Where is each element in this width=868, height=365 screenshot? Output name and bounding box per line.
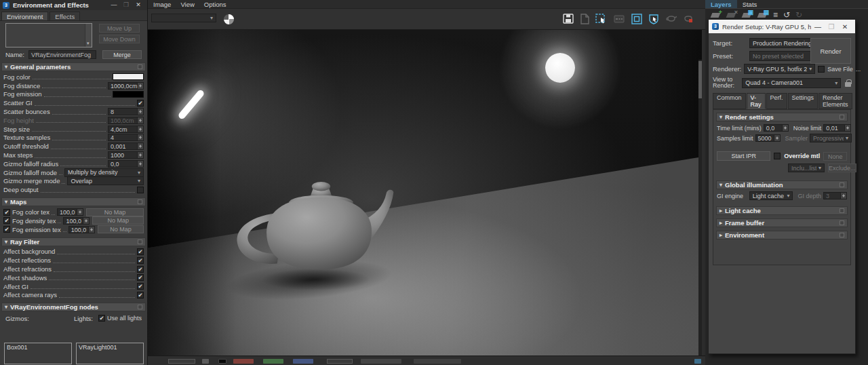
- gizmo-falloff-radius-spinner[interactable]: 0,0: [108, 160, 144, 168]
- fog-distance-spinner[interactable]: 1000,0cm: [108, 82, 144, 90]
- spinner-value[interactable]: 1000: [108, 151, 138, 159]
- follow-mouse-icon[interactable]: [648, 13, 660, 25]
- rollout-pin-icon[interactable]: [840, 182, 844, 187]
- spinner-buttons[interactable]: [138, 82, 144, 90]
- load-layers-icon[interactable]: ▤: [757, 11, 768, 19]
- create-layer-icon[interactable]: +: [711, 11, 721, 19]
- fog-color-tex-checkbox[interactable]: [3, 209, 10, 216]
- step-size-spinner[interactable]: 4,0cm: [108, 126, 144, 133]
- menu-options[interactable]: Options: [204, 1, 226, 8]
- minimize-icon[interactable]: —: [108, 0, 120, 10]
- rollout-pin-icon[interactable]: [138, 64, 142, 69]
- start-ipr-button[interactable]: Start IPR: [717, 151, 770, 161]
- canvas-scrollbar[interactable]: [698, 60, 702, 356]
- spinner-value[interactable]: 0,0: [764, 124, 783, 132]
- scatter-gi-checkbox[interactable]: [137, 100, 144, 107]
- rollout-pin-icon[interactable]: [840, 208, 844, 213]
- spinner-buttons[interactable]: [845, 124, 851, 132]
- move-up-button[interactable]: Move Up: [99, 24, 140, 33]
- affect-reflections-checkbox[interactable]: [137, 257, 144, 264]
- undo-icon[interactable]: ↺: [783, 10, 790, 20]
- spinner-value[interactable]: 100,0: [57, 208, 77, 216]
- renderer-dropdown[interactable]: V-Ray GPU 5, hotfix 2▾: [744, 64, 815, 74]
- fog-density-tex-spinner[interactable]: 100,0: [63, 217, 90, 225]
- status-button[interactable]: [168, 359, 195, 364]
- tab-perf[interactable]: Perf.: [766, 93, 787, 109]
- rollout-general-parameters[interactable]: ▾ General parameters: [1, 62, 146, 71]
- save-file-checkbox[interactable]: [818, 66, 825, 73]
- rollout-maps[interactable]: ▾ Maps: [1, 197, 146, 206]
- spinner-buttons[interactable]: [138, 142, 144, 150]
- tab-stats[interactable]: Stats: [737, 0, 763, 8]
- rollout-pin-icon[interactable]: [138, 199, 142, 204]
- layer-list-icon[interactable]: ≡: [773, 10, 778, 20]
- spinner-value[interactable]: 8: [108, 108, 138, 115]
- zoom-level-icon[interactable]: [613, 13, 625, 25]
- render-button[interactable]: Render: [810, 38, 851, 64]
- spinner-buttons[interactable]: [83, 217, 90, 225]
- gi-engine-dropdown[interactable]: Light cache▾: [749, 191, 793, 200]
- spinner-value[interactable]: 0,0: [108, 160, 138, 168]
- rollout-pin-icon[interactable]: [138, 305, 142, 309]
- spinner-value[interactable]: 0,01: [823, 124, 845, 132]
- spinner-buttons[interactable]: [77, 208, 83, 216]
- list-item[interactable]: Box001: [7, 344, 28, 351]
- affect-refractions-checkbox[interactable]: [137, 266, 144, 273]
- list-item[interactable]: VRayLight001: [79, 344, 117, 351]
- rollout-render-settings[interactable]: ▾ Render settings: [716, 113, 848, 121]
- region-render-icon[interactable]: [631, 13, 643, 25]
- rollout-global-illumination[interactable]: ▾ Global illumination: [716, 180, 848, 189]
- fog-density-tex-map-button[interactable]: No Map: [92, 216, 144, 225]
- menu-view[interactable]: View: [180, 1, 194, 8]
- spinner-buttons[interactable]: [138, 126, 144, 133]
- rollout-pin-icon[interactable]: [840, 220, 844, 225]
- noise-limit-spinner[interactable]: 0,01: [823, 124, 851, 132]
- close-icon[interactable]: ✕: [838, 23, 852, 31]
- redo-icon[interactable]: ↻: [795, 10, 802, 20]
- delete-layer-icon[interactable]: ×: [726, 11, 736, 19]
- minimize-icon[interactable]: —: [811, 23, 825, 31]
- lock-icon[interactable]: [845, 79, 851, 87]
- spinner-buttons[interactable]: [138, 160, 144, 168]
- move-down-button[interactable]: Move Down: [99, 35, 140, 43]
- spinner-value[interactable]: 1000,0cm: [108, 82, 138, 90]
- menu-image[interactable]: Image: [153, 1, 171, 8]
- name-input[interactable]: VRayEnvironmentFog: [28, 50, 96, 59]
- render-abort-icon[interactable]: [682, 13, 694, 25]
- fog-emission-swatch[interactable]: [113, 91, 144, 98]
- spinner-value[interactable]: 0,001: [108, 142, 138, 150]
- save-layers-icon[interactable]: ▣: [742, 11, 752, 19]
- rgb-channel-icon[interactable]: [224, 14, 234, 24]
- rollout-fog-nodes[interactable]: ▾ VRayEnvironmentFog nodes: [1, 303, 146, 311]
- rollout-ray-filter[interactable]: ▾ Ray Filter: [1, 237, 146, 246]
- fog-density-tex-checkbox[interactable]: [3, 217, 10, 224]
- spinner-value[interactable]: 100,0: [63, 217, 83, 225]
- spinner-value[interactable]: 5000: [755, 134, 774, 142]
- region-pick-icon[interactable]: [595, 13, 607, 25]
- fog-emission-tex-checkbox[interactable]: [3, 226, 10, 233]
- gizmo-falloff-mode-dropdown[interactable]: Multiply by density▾: [64, 168, 144, 177]
- fog-color-swatch[interactable]: [113, 73, 144, 80]
- rollout-pin-icon[interactable]: [840, 233, 844, 237]
- listbox-scrollbar[interactable]: ▾: [85, 24, 92, 47]
- samples-limit-spinner[interactable]: 5000: [755, 134, 781, 142]
- spinner-buttons[interactable]: [138, 151, 144, 159]
- lights-listbox[interactable]: VRayLight001: [76, 343, 144, 364]
- maximize-icon[interactable]: ❐: [825, 23, 838, 31]
- render-canvas[interactable]: [148, 30, 702, 356]
- fog-color-tex-spinner[interactable]: 100,0: [57, 208, 83, 216]
- fog-color-tex-map-button[interactable]: No Map: [86, 208, 144, 216]
- override-mtl-checkbox[interactable]: [774, 153, 781, 159]
- affect-gi-checkbox[interactable]: [137, 283, 144, 290]
- tab-environment[interactable]: Environment: [1, 12, 48, 20]
- close-icon[interactable]: ✕: [132, 0, 144, 10]
- status-button[interactable]: [327, 359, 353, 364]
- tab-render-elements[interactable]: Render Elements: [818, 93, 852, 109]
- merge-button[interactable]: Merge: [102, 50, 142, 59]
- tab-effects[interactable]: Effects: [50, 12, 80, 20]
- spinner-value[interactable]: 4,0cm: [108, 126, 138, 133]
- tab-common[interactable]: Common: [713, 93, 746, 109]
- time-limit-spinner[interactable]: 0,0: [764, 124, 789, 132]
- tab-settings[interactable]: Settings: [788, 93, 818, 109]
- cutoff-threshold-spinner[interactable]: 0,001: [108, 142, 144, 150]
